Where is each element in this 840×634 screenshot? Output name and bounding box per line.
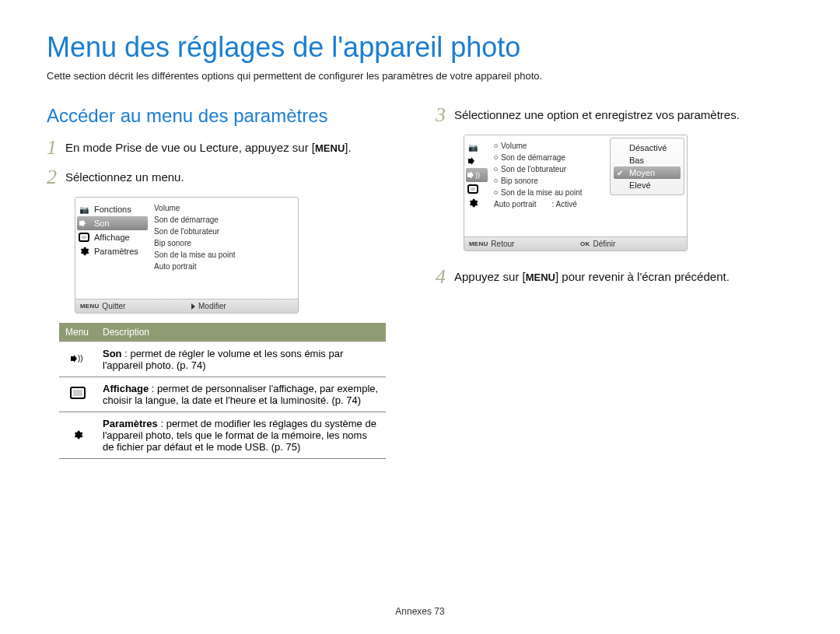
camera-menu-sidebar-icons: ))	[464, 135, 489, 236]
camera-icon	[79, 204, 89, 215]
camera-menu-options: Volume Son de démarrage Son de l'obturat…	[489, 135, 687, 236]
step-text-post: ] pour revenir à l'écran précédent.	[555, 270, 730, 283]
camera-icon	[467, 142, 478, 152]
check-icon: ✔	[617, 169, 626, 177]
gear-icon	[70, 427, 86, 443]
display-icon	[467, 184, 478, 194]
camera-menu-options: Volume Son de démarrage Son de l'obturat…	[149, 198, 298, 299]
step-text: Appuyez sur [MENU] pour revenir à l'écra…	[454, 267, 793, 283]
gear-icon	[467, 198, 478, 208]
radio-icon	[494, 167, 498, 171]
radio-icon	[494, 144, 498, 148]
row-term: Son	[103, 348, 122, 359]
step-number: 1	[47, 138, 65, 158]
table-head-menu: Menu	[59, 323, 96, 342]
step-1: 1 En mode Prise de vue ou Lecture, appuy…	[47, 138, 404, 158]
camera-screen-footer: MENU Retour OK Définir	[464, 236, 687, 250]
popup-option-selected: ✔Moyen	[614, 166, 681, 179]
row-description: Affichage : permet de personnaliser l'af…	[96, 377, 386, 412]
table-row: Paramètres : permet de modifier les régl…	[59, 412, 386, 459]
table-row: Affichage : permet de personnaliser l'af…	[59, 377, 386, 412]
sidebar-item-label: Affichage	[94, 233, 130, 242]
step-number: 2	[47, 167, 65, 187]
row-term: Affichage	[103, 383, 149, 394]
footer-right: Modifier	[187, 299, 298, 313]
option-item: Auto portrait	[152, 261, 295, 272]
camera-menu-sidebar: Fonctions Son Affichage	[75, 198, 149, 299]
footer-left: MENU Retour	[464, 237, 576, 250]
step-text: Sélectionnez un menu.	[65, 167, 404, 184]
subsection-title: Accéder au menu des paramètres	[47, 105, 404, 127]
row-icon	[59, 377, 96, 412]
sidebar-item-label: Son	[94, 219, 110, 228]
option-item: Auto portrait: Activé	[492, 198, 684, 210]
step-number: 4	[436, 267, 454, 287]
footer-section: Annexes	[395, 606, 432, 617]
intro-text: Cette section décrit les différentes opt…	[47, 70, 793, 82]
page-footer: Annexes 73	[0, 606, 840, 617]
sidebar-icon-selected: ))	[466, 168, 488, 182]
row-icon	[59, 412, 96, 459]
option-item: Bip sonore	[152, 237, 295, 249]
popup-option: Elevé	[614, 179, 681, 191]
option-item: Son de la mise au point	[152, 249, 295, 261]
page-title: Menu des réglages de l'appareil photo	[47, 31, 793, 64]
menu-key-icon: MENU	[80, 303, 99, 310]
sidebar-item-fonctions: Fonctions	[77, 202, 148, 216]
radio-icon	[494, 179, 498, 183]
sidebar-item-label: Fonctions	[94, 205, 131, 214]
radio-icon	[494, 191, 498, 194]
sidebar-item-affichage: Affichage	[77, 230, 148, 244]
option-item: Volume	[152, 202, 295, 214]
step-text-pre: En mode Prise de vue ou Lecture, appuyez…	[65, 141, 315, 154]
row-description: Paramètres : permet de modifier les régl…	[96, 412, 386, 459]
display-icon	[70, 387, 86, 399]
display-icon	[79, 232, 89, 243]
footer-page-number: 73	[434, 606, 444, 617]
row-rest: : permet de régler le volume et les sons…	[103, 348, 343, 371]
popup-option: Désactivé	[614, 142, 681, 154]
radio-icon	[494, 156, 498, 159]
speaker-icon: ))	[467, 170, 478, 180]
camera-screen-footer: MENU Quitter Modifier	[75, 299, 298, 313]
row-term: Paramètres	[103, 418, 158, 429]
sidebar-icon	[466, 182, 488, 196]
footer-right-label: Modifier	[198, 302, 226, 310]
menu-key-label: MENU	[315, 142, 345, 154]
sidebar-item-parametres: Paramètres	[77, 244, 148, 258]
camera-screen-menu: Fonctions Son Affichage	[75, 197, 299, 313]
footer-right: OK Définir	[576, 237, 687, 250]
popup-option: Bas	[614, 154, 681, 166]
table-row: )) Son : permet de régler le volume et l…	[59, 342, 386, 377]
step-text: En mode Prise de vue ou Lecture, appuyez…	[65, 138, 404, 154]
sidebar-icon	[466, 154, 488, 168]
sidebar-icon	[466, 196, 488, 210]
row-description: Son : permet de régler le volume et les …	[96, 342, 386, 377]
footer-left-label: Retour	[491, 240, 514, 248]
step-4: 4 Appuyez sur [MENU] pour revenir à l'éc…	[436, 267, 793, 287]
sidebar-icon	[466, 140, 488, 154]
row-icon: ))	[59, 342, 96, 377]
right-column: 3 Sélectionnez une option et enregistrez…	[436, 105, 793, 459]
speaker-icon	[79, 218, 89, 229]
step-text-post: ].	[345, 141, 351, 154]
menu-key-icon: MENU	[469, 240, 488, 247]
option-item: Son de démarrage	[152, 214, 295, 226]
footer-left: MENU Quitter	[75, 299, 187, 313]
arrow-right-icon	[191, 303, 195, 310]
option-label: Auto portrait	[494, 200, 536, 208]
step-text: Sélectionnez une option et enregistrez v…	[454, 105, 793, 121]
ok-key-icon: OK	[580, 240, 590, 247]
sidebar-item-label: Paramètres	[94, 247, 138, 256]
left-column: Accéder au menu des paramètres 1 En mode…	[47, 105, 404, 459]
step-3: 3 Sélectionnez une option et enregistrez…	[436, 105, 793, 125]
step-number: 3	[436, 105, 454, 125]
camera-screen-option-select: )) Volume Son de démarrage Son de l'obtu…	[464, 135, 688, 251]
gear-icon	[79, 246, 89, 257]
speaker-icon: ))	[71, 353, 85, 364]
option-value: : Activé	[551, 200, 576, 208]
option-item: Son de l'obturateur	[152, 226, 295, 237]
menu-key-label: MENU	[526, 271, 555, 283]
step-2: 2 Sélectionnez un menu.	[47, 167, 404, 187]
menu-description-table: Menu Description )) Son : permet de régl…	[59, 323, 386, 459]
